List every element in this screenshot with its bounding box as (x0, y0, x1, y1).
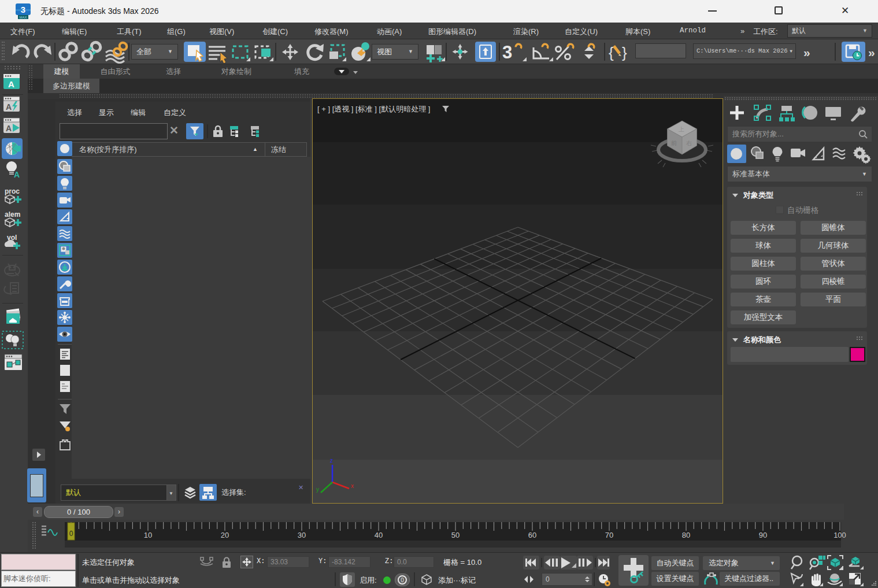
svg-text:右: 右 (686, 140, 692, 146)
svg-text:100: 100 (833, 531, 846, 539)
svg-text:70: 70 (605, 531, 613, 539)
svg-text:前: 前 (671, 140, 677, 146)
svg-text:alem: alem (5, 210, 20, 219)
svg-text:A: A (6, 124, 12, 133)
svg-text:A: A (8, 79, 14, 89)
svg-text:40: 40 (375, 531, 383, 539)
svg-text:30: 30 (298, 531, 306, 539)
svg-text:»: » (868, 46, 875, 59)
svg-text:90: 90 (759, 531, 767, 539)
svg-text:{: { (609, 44, 614, 61)
svg-text:50: 50 (451, 531, 460, 539)
svg-text:x: x (351, 483, 354, 489)
svg-text:}: } (622, 44, 627, 61)
svg-text:60: 60 (528, 531, 536, 539)
svg-text:3: 3 (21, 5, 25, 14)
svg-text:20: 20 (221, 531, 229, 539)
svg-text:上: 上 (678, 126, 684, 132)
svg-text:A: A (14, 170, 20, 179)
svg-text:3: 3 (502, 42, 512, 62)
svg-text:proc: proc (5, 187, 20, 195)
svg-text:MAX: MAX (19, 16, 27, 19)
svg-text:0: 0 (401, 577, 404, 583)
svg-text:0: 0 (69, 530, 73, 538)
svg-text:80: 80 (682, 531, 690, 539)
svg-text:A: A (6, 102, 12, 112)
svg-text:z: z (330, 457, 333, 464)
svg-text:»: » (803, 46, 810, 59)
svg-text:10: 10 (144, 531, 152, 539)
svg-text:y: y (316, 486, 319, 493)
